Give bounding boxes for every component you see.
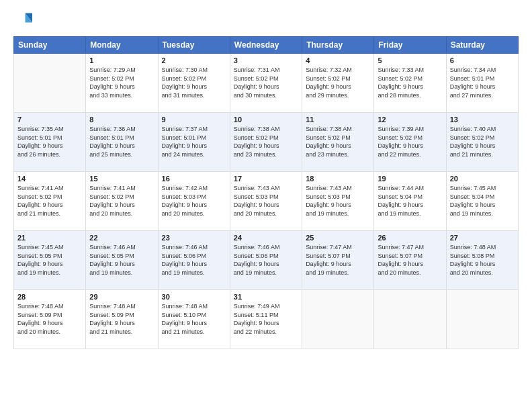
day-number: 1: [89, 56, 154, 64]
day-number: 6: [450, 56, 515, 64]
day-number: 3: [234, 56, 298, 64]
day-info: Sunrise: 7:34 AMSunset: 5:01 PMDaylight:…: [450, 66, 515, 99]
day-info: Sunrise: 7:47 AMSunset: 5:07 PMDaylight:…: [378, 243, 442, 277]
day-number: 15: [89, 175, 154, 183]
day-cell: 15Sunrise: 7:41 AMSunset: 5:02 PMDayligh…: [86, 172, 158, 231]
day-cell: 28Sunrise: 7:48 AMSunset: 5:09 PMDayligh…: [14, 290, 86, 349]
day-number: 31: [234, 293, 298, 301]
day-info: Sunrise: 7:40 AMSunset: 5:02 PMDaylight:…: [450, 125, 515, 158]
day-cell: 8Sunrise: 7:36 AMSunset: 5:01 PMDaylight…: [86, 113, 158, 172]
day-number: 9: [162, 116, 226, 124]
day-info: Sunrise: 7:41 AMSunset: 5:02 PMDaylight:…: [17, 184, 82, 218]
weekday-header-sunday: Sunday: [14, 37, 86, 54]
day-cell: 24Sunrise: 7:46 AMSunset: 5:06 PMDayligh…: [230, 231, 302, 290]
day-cell: 13Sunrise: 7:40 AMSunset: 5:02 PMDayligh…: [446, 113, 518, 172]
day-number: 5: [378, 56, 442, 64]
week-row-1: 1Sunrise: 7:29 AMSunset: 5:02 PMDaylight…: [14, 54, 519, 113]
day-info: Sunrise: 7:38 AMSunset: 5:02 PMDaylight:…: [234, 125, 298, 158]
day-info: Sunrise: 7:48 AMSunset: 5:10 PMDaylight:…: [162, 302, 226, 336]
day-cell: [14, 54, 86, 113]
day-info: Sunrise: 7:46 AMSunset: 5:05 PMDaylight:…: [89, 243, 154, 277]
weekday-header-tuesday: Tuesday: [158, 37, 230, 54]
day-cell: 10Sunrise: 7:38 AMSunset: 5:02 PMDayligh…: [230, 113, 302, 172]
day-number: 2: [162, 56, 226, 64]
day-number: 11: [306, 116, 370, 124]
logo-icon: [13, 11, 32, 30]
header: [13, 11, 519, 30]
day-info: Sunrise: 7:44 AMSunset: 5:04 PMDaylight:…: [378, 184, 442, 218]
day-number: 19: [378, 175, 442, 183]
day-number: 17: [234, 175, 298, 183]
day-number: 16: [162, 175, 226, 183]
logo: [13, 11, 35, 30]
day-cell: [446, 290, 518, 349]
day-number: 20: [450, 175, 515, 183]
day-cell: 18Sunrise: 7:43 AMSunset: 5:03 PMDayligh…: [302, 172, 374, 231]
day-cell: 22Sunrise: 7:46 AMSunset: 5:05 PMDayligh…: [86, 231, 158, 290]
week-row-2: 7Sunrise: 7:35 AMSunset: 5:01 PMDaylight…: [14, 113, 519, 172]
day-cell: 19Sunrise: 7:44 AMSunset: 5:04 PMDayligh…: [374, 172, 446, 231]
week-row-3: 14Sunrise: 7:41 AMSunset: 5:02 PMDayligh…: [14, 172, 519, 231]
day-info: Sunrise: 7:45 AMSunset: 5:05 PMDaylight:…: [17, 243, 82, 277]
day-cell: 26Sunrise: 7:47 AMSunset: 5:07 PMDayligh…: [374, 231, 446, 290]
day-info: Sunrise: 7:48 AMSunset: 5:09 PMDaylight:…: [17, 302, 82, 336]
weekday-header-thursday: Thursday: [302, 37, 374, 54]
day-number: 24: [234, 234, 298, 242]
day-number: 28: [17, 293, 82, 301]
day-cell: 17Sunrise: 7:43 AMSunset: 5:03 PMDayligh…: [230, 172, 302, 231]
day-info: Sunrise: 7:42 AMSunset: 5:03 PMDaylight:…: [162, 184, 226, 218]
day-number: 8: [89, 116, 154, 124]
day-cell: 29Sunrise: 7:48 AMSunset: 5:09 PMDayligh…: [86, 290, 158, 349]
day-cell: 1Sunrise: 7:29 AMSunset: 5:02 PMDaylight…: [86, 54, 158, 113]
weekday-header-monday: Monday: [86, 37, 158, 54]
week-row-5: 28Sunrise: 7:48 AMSunset: 5:09 PMDayligh…: [14, 290, 519, 349]
day-info: Sunrise: 7:31 AMSunset: 5:02 PMDaylight:…: [234, 66, 298, 99]
day-cell: 27Sunrise: 7:48 AMSunset: 5:08 PMDayligh…: [446, 231, 518, 290]
day-info: Sunrise: 7:32 AMSunset: 5:02 PMDaylight:…: [306, 66, 370, 99]
day-info: Sunrise: 7:41 AMSunset: 5:02 PMDaylight:…: [89, 184, 154, 218]
day-cell: 25Sunrise: 7:47 AMSunset: 5:07 PMDayligh…: [302, 231, 374, 290]
day-info: Sunrise: 7:36 AMSunset: 5:01 PMDaylight:…: [89, 125, 154, 158]
day-info: Sunrise: 7:49 AMSunset: 5:11 PMDaylight:…: [234, 302, 298, 336]
day-cell: [302, 290, 374, 349]
day-cell: 12Sunrise: 7:39 AMSunset: 5:02 PMDayligh…: [374, 113, 446, 172]
day-cell: [374, 290, 446, 349]
day-number: 12: [378, 116, 442, 124]
day-cell: 23Sunrise: 7:46 AMSunset: 5:06 PMDayligh…: [158, 231, 230, 290]
day-number: 27: [450, 234, 515, 242]
day-cell: 16Sunrise: 7:42 AMSunset: 5:03 PMDayligh…: [158, 172, 230, 231]
weekday-header-friday: Friday: [374, 37, 446, 54]
day-cell: 20Sunrise: 7:45 AMSunset: 5:04 PMDayligh…: [446, 172, 518, 231]
day-number: 25: [306, 234, 370, 242]
day-cell: 9Sunrise: 7:37 AMSunset: 5:01 PMDaylight…: [158, 113, 230, 172]
day-info: Sunrise: 7:46 AMSunset: 5:06 PMDaylight:…: [162, 243, 226, 277]
day-cell: 30Sunrise: 7:48 AMSunset: 5:10 PMDayligh…: [158, 290, 230, 349]
day-number: 4: [306, 56, 370, 64]
day-number: 7: [17, 116, 82, 124]
day-number: 10: [234, 116, 298, 124]
day-cell: 4Sunrise: 7:32 AMSunset: 5:02 PMDaylight…: [302, 54, 374, 113]
day-cell: 6Sunrise: 7:34 AMSunset: 5:01 PMDaylight…: [446, 54, 518, 113]
day-info: Sunrise: 7:46 AMSunset: 5:06 PMDaylight:…: [234, 243, 298, 277]
calendar-table: SundayMondayTuesdayWednesdayThursdayFrid…: [13, 36, 519, 349]
day-number: 26: [378, 234, 442, 242]
day-info: Sunrise: 7:35 AMSunset: 5:01 PMDaylight:…: [17, 125, 82, 158]
day-number: 23: [162, 234, 226, 242]
day-number: 14: [17, 175, 82, 183]
day-cell: 3Sunrise: 7:31 AMSunset: 5:02 PMDaylight…: [230, 54, 302, 113]
day-number: 21: [17, 234, 82, 242]
day-info: Sunrise: 7:48 AMSunset: 5:09 PMDaylight:…: [89, 302, 154, 336]
day-cell: 5Sunrise: 7:33 AMSunset: 5:02 PMDaylight…: [374, 54, 446, 113]
day-info: Sunrise: 7:38 AMSunset: 5:02 PMDaylight:…: [306, 125, 370, 158]
weekday-header-saturday: Saturday: [446, 37, 518, 54]
day-number: 13: [450, 116, 515, 124]
day-cell: 7Sunrise: 7:35 AMSunset: 5:01 PMDaylight…: [14, 113, 86, 172]
day-number: 22: [89, 234, 154, 242]
day-info: Sunrise: 7:43 AMSunset: 5:03 PMDaylight:…: [306, 184, 370, 218]
day-info: Sunrise: 7:43 AMSunset: 5:03 PMDaylight:…: [234, 184, 298, 218]
page: SundayMondayTuesdayWednesdayThursdayFrid…: [0, 0, 532, 411]
day-info: Sunrise: 7:37 AMSunset: 5:01 PMDaylight:…: [162, 125, 226, 158]
day-cell: 21Sunrise: 7:45 AMSunset: 5:05 PMDayligh…: [14, 231, 86, 290]
day-info: Sunrise: 7:39 AMSunset: 5:02 PMDaylight:…: [378, 125, 442, 158]
weekday-header-wednesday: Wednesday: [230, 37, 302, 54]
